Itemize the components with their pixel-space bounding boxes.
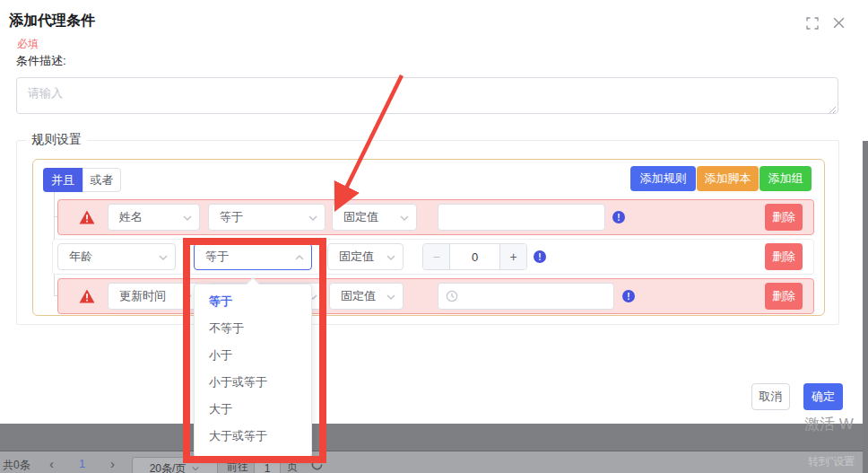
cancel-button[interactable]: 取消 <box>751 383 790 410</box>
chevron-down-icon <box>386 252 396 263</box>
rules-legend: 规则设置 <box>26 132 87 148</box>
required-badge: 必填 <box>17 37 39 52</box>
pagination-current-page[interactable]: 1 <box>79 457 85 470</box>
add-agent-condition-dialog: 添加代理条件 必填 条件描述: 规则设置 并且 或者 添加规则 添加脚本 添加组… <box>0 0 868 424</box>
value-type-select-row1[interactable]: 固定值 <box>332 204 417 231</box>
prev-page-icon[interactable]: ‹ <box>49 456 54 471</box>
dropdown-option-less-or-equal[interactable]: 小于或等于 <box>195 369 311 396</box>
info-icon: ! <box>622 290 635 302</box>
add-group-button[interactable]: 添加组 <box>760 166 812 191</box>
logic-or-button[interactable]: 或者 <box>82 168 121 192</box>
value-type-select-row3[interactable]: 固定值 <box>329 283 404 310</box>
warning-triangle-icon <box>79 210 95 224</box>
time-input-row3[interactable] <box>438 283 614 310</box>
value-type-value: 固定值 <box>339 249 374 265</box>
value-type-value: 固定值 <box>341 288 376 304</box>
operator-dropdown-panel: 等于 不等于 小于 小于或等于 大于 大于或等于 <box>194 284 312 458</box>
clock-icon <box>446 290 458 302</box>
dialog-title: 添加代理条件 <box>9 12 95 31</box>
page-scrollbar[interactable] <box>863 141 868 473</box>
operator-select-value: 等于 <box>220 209 243 225</box>
dropdown-option-greater-or-equal[interactable]: 大于或等于 <box>195 423 311 450</box>
chevron-down-icon <box>158 252 169 263</box>
goto-page-value: 1 <box>265 462 271 473</box>
field-select-value: 更新时间 <box>119 288 166 304</box>
chevron-down-icon <box>308 213 318 223</box>
chevron-down-icon <box>191 464 200 473</box>
page-backdrop-light <box>0 451 868 473</box>
operator-select-row2-open[interactable]: 等于 <box>194 243 312 270</box>
stepper-value[interactable]: 0 <box>450 244 499 269</box>
pagination-total: 共0条 <box>3 458 30 473</box>
add-script-button[interactable]: 添加脚本 <box>697 166 759 191</box>
value-type-value: 固定值 <box>343 209 378 225</box>
logic-and-button[interactable]: 并且 <box>43 168 82 192</box>
fullscreen-icon[interactable] <box>806 17 819 30</box>
description-textarea[interactable] <box>16 77 838 114</box>
info-icon: ! <box>534 250 546 263</box>
resize-handle-icon[interactable] <box>829 106 837 114</box>
chevron-up-icon <box>294 252 305 263</box>
page-unit-label: 页 <box>287 460 298 473</box>
chevron-down-icon <box>386 292 396 302</box>
chevron-down-icon <box>182 213 193 223</box>
delete-row3-button[interactable]: 删除 <box>765 283 803 310</box>
field-select-row2[interactable]: 年龄 <box>57 243 176 270</box>
page-size-select[interactable]: 20条/页 <box>132 457 218 473</box>
add-rule-button[interactable]: 添加规则 <box>630 166 696 191</box>
field-select-value: 年龄 <box>69 249 92 265</box>
next-page-icon[interactable]: › <box>110 456 115 471</box>
goto-label: 前往 <box>227 460 248 473</box>
page-backdrop-dark <box>0 424 868 451</box>
field-select-value: 姓名 <box>119 209 143 225</box>
chevron-down-icon <box>399 213 410 223</box>
dropdown-option-less[interactable]: 小于 <box>195 342 311 369</box>
info-icon: ! <box>612 211 625 223</box>
refresh-icon[interactable] <box>310 458 324 471</box>
value-input-row1[interactable] <box>438 204 605 231</box>
chevron-down-icon <box>182 292 193 302</box>
goto-page-input[interactable]: 1 <box>254 457 281 473</box>
field-select-row3[interactable]: 更新时间 <box>108 283 200 310</box>
dropdown-option-greater[interactable]: 大于 <box>195 396 311 423</box>
plus-icon[interactable]: + <box>499 244 526 269</box>
dropdown-option-equal[interactable]: 等于 <box>195 288 311 315</box>
close-icon[interactable] <box>832 16 846 30</box>
activate-watermark-line1: 激活 W <box>804 414 854 434</box>
operator-select-value: 等于 <box>205 249 229 265</box>
page-size-value: 20条/页 <box>150 461 187 473</box>
description-label: 条件描述: <box>16 53 66 69</box>
value-type-select-row2[interactable]: 固定值 <box>327 243 404 270</box>
activate-watermark-line2: 转到"设置 <box>808 454 855 469</box>
minus-icon[interactable]: − <box>423 244 450 269</box>
delete-row2-button[interactable]: 删除 <box>765 243 803 270</box>
warning-triangle-icon <box>79 289 95 303</box>
number-stepper-row2: − 0 + <box>422 243 527 270</box>
confirm-button[interactable]: 确定 <box>803 383 843 410</box>
field-select-row1[interactable]: 姓名 <box>108 204 200 231</box>
operator-select-row1[interactable]: 等于 <box>208 204 326 231</box>
delete-row1-button[interactable]: 删除 <box>765 204 803 231</box>
dropdown-option-not-equal[interactable]: 不等于 <box>195 315 311 342</box>
